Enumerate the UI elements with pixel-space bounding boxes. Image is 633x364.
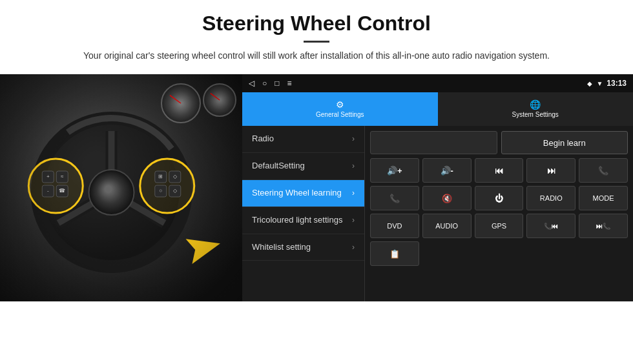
- power-button[interactable]: ⏻: [475, 186, 524, 210]
- prev-track-icon: ⏮: [495, 166, 503, 176]
- nav-buttons: ◁ ○ □ ≡: [249, 79, 292, 88]
- tab-system-label: System Settings: [512, 111, 559, 118]
- menu-item-whitelist[interactable]: Whitelist setting ›: [242, 234, 364, 261]
- next-phone-icon: ⏭📞: [596, 223, 610, 230]
- square-icon[interactable]: □: [275, 79, 279, 88]
- page-container: Steering Wheel Control Your original car…: [0, 0, 633, 364]
- menu-item-default-label: DefaultSetting: [252, 161, 305, 172]
- wifi-icon: ▼: [596, 80, 603, 87]
- chevron-icon: ›: [352, 134, 355, 143]
- ctrl-row-3: DVD AUDIO GPS 📞⏮: [370, 214, 628, 238]
- begin-learn-label: Begin learn: [543, 138, 586, 148]
- header-section: Steering Wheel Control Your original car…: [0, 0, 633, 69]
- menu-item-tricoloured[interactable]: Tricoloured light settings ›: [242, 207, 364, 234]
- gps-label: GPS: [492, 222, 506, 230]
- mode-button[interactable]: MODE: [579, 186, 628, 210]
- location-icon: ◆: [587, 80, 592, 87]
- title-divider: [304, 41, 329, 43]
- vol-up-button[interactable]: 🔊+: [370, 158, 419, 183]
- steering-wheel-image: [0, 74, 242, 301]
- chevron-icon: ›: [352, 243, 355, 252]
- ctrl-row-1: 🔊+ 🔊- ⏮ ⏭ 📞: [370, 158, 628, 183]
- menu-item-radio[interactable]: Radio ›: [242, 126, 364, 153]
- status-right: ◆ ▼ 13:13: [587, 79, 627, 88]
- controls-grid: 🔊+ 🔊- ⏮ ⏭ 📞: [370, 158, 628, 266]
- menu-item-steering[interactable]: Steering Wheel learning ›: [242, 180, 364, 207]
- content-area: ◁ ○ □ ≡ ◆ ▼ 13:13 ⚙ General Settings: [0, 74, 633, 364]
- next-track-button[interactable]: ⏭: [526, 158, 576, 183]
- menu-item-default[interactable]: DefaultSetting ›: [242, 153, 364, 180]
- menu-item-radio-label: Radio: [252, 134, 274, 145]
- status-bar: ◁ ○ □ ≡ ◆ ▼ 13:13: [242, 74, 633, 92]
- menu-list: Radio › DefaultSetting › Steering Wheel …: [242, 126, 365, 301]
- general-settings-icon: ⚙: [336, 99, 344, 110]
- dvd-button[interactable]: DVD: [370, 214, 419, 238]
- phone-prev-icon: 📞⏮: [544, 223, 558, 230]
- audio-button[interactable]: AUDIO: [422, 214, 472, 238]
- menu-item-steering-label: Steering Wheel learning: [252, 188, 342, 199]
- playlist-button[interactable]: 📋: [370, 241, 419, 266]
- phone-icon: 📞: [598, 166, 608, 176]
- vol-up-icon: 🔊+: [387, 166, 402, 176]
- dvd-label: DVD: [387, 222, 402, 230]
- home-icon[interactable]: ○: [262, 79, 267, 88]
- phone-button[interactable]: 📞: [579, 158, 628, 183]
- controls-panel: Begin learn 🔊+ 🔊-: [365, 126, 633, 301]
- page-title: Steering Wheel Control: [39, 12, 594, 35]
- tab-system[interactable]: 🌐 System Settings: [438, 92, 634, 126]
- prev-track-button[interactable]: ⏮: [475, 158, 524, 183]
- mute-button[interactable]: 🔇: [422, 186, 472, 210]
- ctrl-row-4: 📋: [370, 241, 628, 266]
- audio-label: AUDIO: [435, 222, 458, 230]
- ctrl-row-2: 📞 🔇 ⏻ RADIO MO: [370, 186, 628, 210]
- empty-slot: [370, 131, 497, 154]
- clock: 13:13: [607, 79, 627, 88]
- begin-learn-button[interactable]: Begin learn: [501, 131, 628, 154]
- chevron-icon: ›: [352, 161, 355, 170]
- chevron-icon: ›: [352, 188, 355, 197]
- power-icon: ⏻: [495, 194, 503, 203]
- gps-button[interactable]: GPS: [475, 214, 524, 238]
- phone-prev-button[interactable]: 📞⏮: [526, 214, 576, 238]
- answer-button[interactable]: 📞: [370, 186, 419, 210]
- subtitle: Your original car's steering wheel contr…: [52, 49, 581, 63]
- tab-general[interactable]: ⚙ General Settings: [242, 92, 438, 126]
- tab-general-label: General Settings: [316, 111, 364, 118]
- playlist-icon: 📋: [389, 249, 400, 259]
- back-icon[interactable]: ◁: [249, 79, 254, 88]
- menu-item-whitelist-label: Whitelist setting: [252, 242, 311, 253]
- radio-label: RADIO: [540, 194, 563, 202]
- mode-label: MODE: [593, 194, 614, 202]
- menu-item-tricoloured-label: Tricoloured light settings: [252, 215, 342, 226]
- next-track-icon: ⏭: [547, 166, 555, 176]
- top-controls-row: Begin learn: [370, 131, 628, 154]
- android-panel: ◁ ○ □ ≡ ◆ ▼ 13:13 ⚙ General Settings: [242, 74, 633, 301]
- chevron-icon: ›: [352, 216, 355, 225]
- mute-icon: 🔇: [442, 194, 452, 203]
- android-main: Radio › DefaultSetting › Steering Wheel …: [242, 126, 633, 301]
- tab-bar: ⚙ General Settings 🌐 System Settings: [242, 92, 633, 126]
- vol-down-button[interactable]: 🔊-: [422, 158, 472, 183]
- menu-icon[interactable]: ≡: [287, 79, 292, 88]
- radio-button[interactable]: RADIO: [526, 186, 576, 210]
- next-phone-button[interactable]: ⏭📞: [579, 214, 628, 238]
- system-settings-icon: 🌐: [530, 99, 541, 110]
- answer-icon: 📞: [389, 194, 400, 203]
- vol-down-icon: 🔊-: [441, 166, 453, 176]
